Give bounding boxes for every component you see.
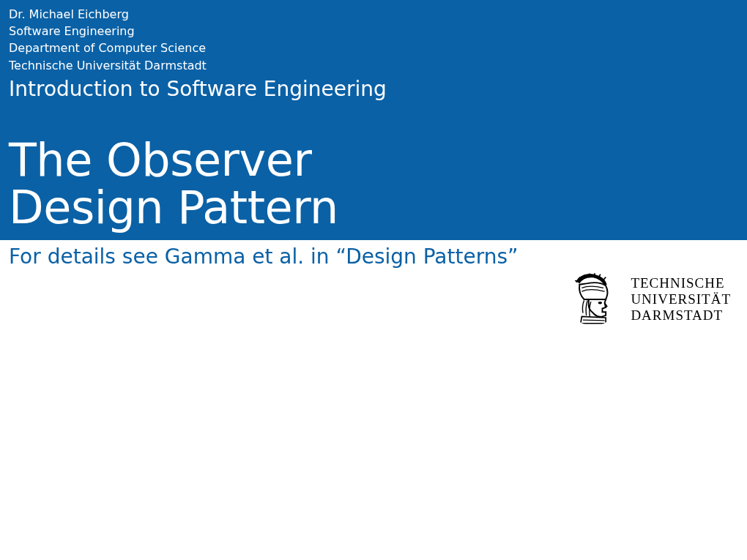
main-title-line2: Design Pattern	[9, 184, 738, 231]
university-logo: TECHNISCHE UNIVERSITÄT DARMSTADT	[565, 271, 731, 328]
svg-point-1	[598, 302, 602, 304]
logo-text-line1: TECHNISCHE	[631, 275, 731, 291]
subtitle: For details see Gamma et al. in “Design …	[0, 240, 747, 269]
author-name: Dr. Michael Eichberg	[9, 6, 738, 23]
logo-text: TECHNISCHE UNIVERSITÄT DARMSTADT	[631, 275, 731, 324]
logo-text-line2: UNIVERSITÄT	[631, 291, 731, 307]
main-title: The Observer Design Pattern	[9, 136, 738, 231]
header-block: Dr. Michael Eichberg Software Engineerin…	[0, 0, 747, 240]
logo-text-line3: DARMSTADT	[631, 307, 731, 324]
university-name: Technische Universität Darmstadt	[9, 57, 738, 74]
course-title: Introduction to Software Engineering	[9, 77, 738, 101]
chair-name: Software Engineering	[9, 23, 738, 40]
author-info: Dr. Michael Eichberg Software Engineerin…	[9, 6, 738, 74]
main-title-line1: The Observer	[9, 136, 738, 184]
athena-emblem-icon	[565, 271, 622, 328]
slide: Dr. Michael Eichberg Software Engineerin…	[0, 0, 747, 560]
department-name: Department of Computer Science	[9, 40, 738, 56]
